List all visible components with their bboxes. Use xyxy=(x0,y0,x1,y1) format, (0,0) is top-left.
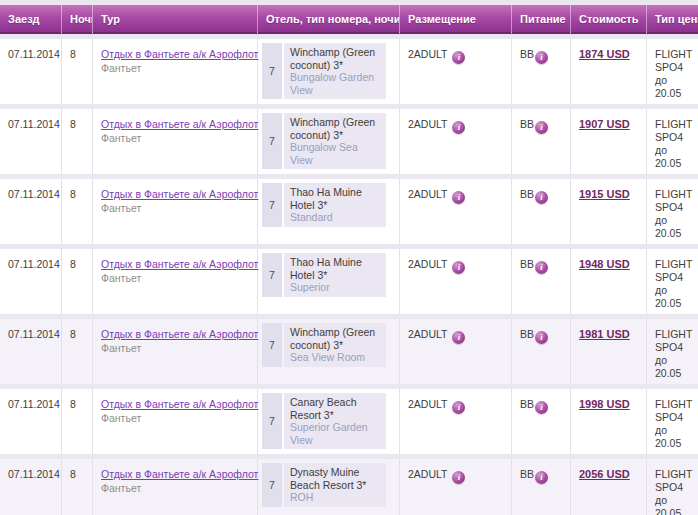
nights-value: 8 xyxy=(70,258,76,270)
hotel-name: Winchamp (Green coconut) 3* xyxy=(290,46,380,71)
tour-link[interactable]: Отдых в Фантьете а/к Аэрофлот xyxy=(101,188,258,200)
hotel-cell: 7 Thao Ha Muine Hotel 3* Superior xyxy=(258,249,400,314)
nights-cell: 8 xyxy=(62,459,93,515)
info-icon[interactable]: i xyxy=(452,261,465,274)
price-link[interactable]: 1907 USD xyxy=(579,118,630,130)
hotel-cell: 7 Winchamp (Green coconut) 3* Bungalow S… xyxy=(258,109,400,174)
info-icon[interactable]: i xyxy=(535,401,548,414)
col-header-price: Стоимость xyxy=(571,5,647,34)
hotel-name: Winchamp (Green coconut) 3* xyxy=(290,326,380,351)
checkin-date-cell: 07.11.2014 xyxy=(0,179,62,244)
price-cell: 1915 USD xyxy=(571,179,647,244)
checkin-date-cell: 07.11.2014 xyxy=(0,39,62,104)
occupancy-label: 2ADULT xyxy=(408,398,447,410)
checkin-date: 07.11.2014 xyxy=(8,468,60,480)
occupancy-cell: 2ADULTi xyxy=(400,249,512,314)
price-type-cell: FLIGHT SPO4 до 20.05 xyxy=(647,39,698,104)
price-type: FLIGHT SPO4 до 20.05 xyxy=(655,258,695,310)
hotel-info: Thao Ha Muine Hotel 3* Superior xyxy=(284,253,386,297)
meal-cell: BBi xyxy=(512,459,571,515)
table-row: 07.11.2014 8 Отдых в Фантьете а/к Аэрофл… xyxy=(0,459,698,515)
room-type: Superior Garden View xyxy=(290,421,380,446)
col-header-checkin: Заезд xyxy=(0,5,62,34)
info-icon[interactable]: i xyxy=(452,51,465,64)
tour-link[interactable]: Отдых в Фантьете а/к Аэрофлот xyxy=(101,328,258,340)
meal-cell: BBi xyxy=(512,249,571,314)
tour-link[interactable]: Отдых в Фантьете а/к Аэрофлот xyxy=(101,258,258,270)
price-link[interactable]: 1981 USD xyxy=(579,328,630,340)
hotel-info: Dynasty Muine Beach Resort 3* ROH xyxy=(284,463,386,507)
meal-label: BB xyxy=(520,468,534,480)
price-link[interactable]: 1915 USD xyxy=(579,188,630,200)
hotel-cell: 7 Canary Beach Resort 3* Superior Garden… xyxy=(258,389,400,454)
info-icon[interactable]: i xyxy=(535,331,548,344)
room-type: Standard xyxy=(290,211,380,224)
price-cell: 1907 USD xyxy=(571,109,647,174)
nights-cell: 8 xyxy=(62,179,93,244)
checkin-date-cell: 07.11.2014 xyxy=(0,459,62,515)
info-icon[interactable]: i xyxy=(452,471,465,484)
occupancy-cell: 2ADULTi xyxy=(400,319,512,384)
tour-link[interactable]: Отдых в Фантьете а/к Аэрофлот xyxy=(101,468,258,480)
price-type-cell: FLIGHT SPO4 до 20.05 xyxy=(647,389,698,454)
info-icon[interactable]: i xyxy=(452,401,465,414)
hotel-cell: 7 Thao Ha Muine Hotel 3* Standard xyxy=(258,179,400,244)
table-row: 07.11.2014 8 Отдых в Фантьете а/к Аэрофл… xyxy=(0,109,698,174)
tour-cell: Отдых в Фантьете а/к Аэрофлот Фантьет xyxy=(93,459,258,515)
tour-link[interactable]: Отдых в Фантьете а/к Аэрофлот xyxy=(101,118,258,130)
meal-cell: BBi xyxy=(512,39,571,104)
room-type: Bungalow Sea View xyxy=(290,141,380,166)
occupancy-label: 2ADULT xyxy=(408,258,447,270)
price-type: FLIGHT SPO4 до 20.05 xyxy=(655,398,695,450)
hotel-name: Winchamp (Green coconut) 3* xyxy=(290,116,380,141)
hotel-box: 7 Dynasty Muine Beach Resort 3* ROH xyxy=(262,463,386,507)
hotel-cell: 7 Winchamp (Green coconut) 3* Sea View R… xyxy=(258,319,400,384)
info-icon[interactable]: i xyxy=(535,121,548,134)
tour-cell: Отдых в Фантьете а/к Аэрофлот Фантьет xyxy=(93,179,258,244)
price-link[interactable]: 1874 USD xyxy=(579,48,630,60)
tour-cell: Отдых в Фантьете а/к Аэрофлот Фантьет xyxy=(93,389,258,454)
price-type: FLIGHT SPO4 до 20.05 xyxy=(655,48,695,100)
col-header-meal: Питание xyxy=(512,5,571,34)
occupancy-label: 2ADULT xyxy=(408,468,447,480)
info-icon[interactable]: i xyxy=(452,191,465,204)
occupancy-label: 2ADULT xyxy=(408,48,447,60)
tour-cell: Отдых в Фантьете а/к Аэрофлот Фантьет xyxy=(93,109,258,174)
info-icon[interactable]: i xyxy=(535,261,548,274)
price-type: FLIGHT SPO4 до 20.05 xyxy=(655,118,695,170)
nights-value: 8 xyxy=(70,188,76,200)
meal-label: BB xyxy=(520,118,534,130)
hotel-cell: 7 Dynasty Muine Beach Resort 3* ROH xyxy=(258,459,400,515)
col-header-hotel: Отель, тип номера, ночи xyxy=(258,5,400,34)
hotel-info: Winchamp (Green coconut) 3* Bungalow Gar… xyxy=(284,43,386,99)
price-type: FLIGHT SPO4 до 20.05 xyxy=(655,188,695,240)
tour-region: Фантьет xyxy=(101,132,254,144)
info-icon[interactable]: i xyxy=(535,471,548,484)
price-link[interactable]: 2056 USD xyxy=(579,468,630,480)
meal-cell: BBi xyxy=(512,319,571,384)
info-icon[interactable]: i xyxy=(535,51,548,64)
price-link[interactable]: 1948 USD xyxy=(579,258,630,270)
table-header-row: Заезд Ночи Тур Отель, тип номера, ночи Р… xyxy=(0,5,698,34)
room-type: Bungalow Garden View xyxy=(290,71,380,96)
info-icon[interactable]: i xyxy=(452,331,465,344)
nights-value: 8 xyxy=(70,118,76,130)
tour-region: Фантьет xyxy=(101,482,254,494)
occupancy-label: 2ADULT xyxy=(408,118,447,130)
room-type: Sea View Room xyxy=(290,351,380,364)
hotel-info: Winchamp (Green coconut) 3* Bungalow Sea… xyxy=(284,113,386,169)
tour-link[interactable]: Отдых в Фантьете а/к Аэрофлот xyxy=(101,48,258,60)
col-header-nights: Ночи xyxy=(62,5,93,34)
info-icon[interactable]: i xyxy=(535,191,548,204)
info-icon[interactable]: i xyxy=(452,121,465,134)
hotel-nights: 7 xyxy=(262,113,282,169)
checkin-date-cell: 07.11.2014 xyxy=(0,319,62,384)
price-link[interactable]: 1998 USD xyxy=(579,398,630,410)
occupancy-cell: 2ADULTi xyxy=(400,109,512,174)
meal-cell: BBi xyxy=(512,109,571,174)
nights-cell: 8 xyxy=(62,109,93,174)
hotel-box: 7 Winchamp (Green coconut) 3* Sea View R… xyxy=(262,323,386,367)
tour-link[interactable]: Отдых в Фантьете а/к Аэрофлот xyxy=(101,398,258,410)
price-type: FLIGHT SPO4 до 20.05 xyxy=(655,328,695,380)
col-header-occupancy: Размещение xyxy=(400,5,512,34)
